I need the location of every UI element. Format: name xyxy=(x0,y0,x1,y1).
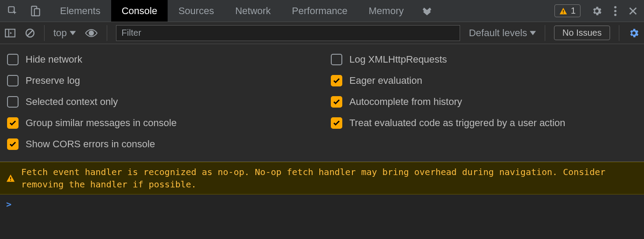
setting-checkbox[interactable]: Log XMLHttpRequests xyxy=(331,54,637,65)
console-settings-panel: Hide networkPreserve logSelected context… xyxy=(0,44,644,162)
checkbox-icon xyxy=(331,54,342,65)
warning-badge[interactable]: 1 xyxy=(554,4,580,17)
separator xyxy=(619,25,619,41)
console-prompt[interactable]: > xyxy=(0,194,644,214)
separator xyxy=(545,25,545,41)
filter-input[interactable] xyxy=(116,25,460,41)
setting-checkbox[interactable]: Selected context only xyxy=(7,96,313,108)
svg-marker-10 xyxy=(10,32,12,34)
svg-point-6 xyxy=(614,10,616,12)
tab-label: Network xyxy=(235,5,271,17)
settings-column-right: Log XMLHttpRequestsEager evaluationAutoc… xyxy=(331,54,637,150)
checkbox-icon xyxy=(7,75,19,86)
setting-checkbox[interactable]: Preserve log xyxy=(7,75,313,86)
svg-point-5 xyxy=(614,6,616,8)
checkbox-icon xyxy=(7,117,19,129)
tab-elements[interactable]: Elements xyxy=(49,0,111,22)
settings-column-left: Hide networkPreserve logSelected context… xyxy=(7,54,313,150)
chevron-down-icon xyxy=(530,31,536,35)
svg-rect-15 xyxy=(10,180,11,181)
settings-gear-icon[interactable] xyxy=(591,5,603,17)
console-warning-row: Fetch event handler is recognized as no-… xyxy=(0,162,644,194)
live-expression-icon[interactable] xyxy=(85,29,98,37)
tab-label: Sources xyxy=(178,5,214,17)
chevron-down-icon xyxy=(70,31,76,35)
warning-text: Fetch event handler is recognized as no-… xyxy=(21,166,638,190)
setting-label: Treat evaluated code as triggered by a u… xyxy=(349,117,565,129)
devtools-tabs-bar: Elements Console Sources Network Perform… xyxy=(0,0,644,22)
checkbox-icon xyxy=(331,117,342,129)
console-sidebar-icon[interactable] xyxy=(4,28,16,38)
device-toolbar-icon[interactable] xyxy=(29,5,41,17)
tab-label: Console xyxy=(122,5,157,17)
svg-rect-4 xyxy=(563,12,564,13)
tab-sources[interactable]: Sources xyxy=(168,0,225,22)
console-toolbar: top Default levels No Issues xyxy=(0,22,644,44)
setting-checkbox[interactable]: Hide network xyxy=(7,54,313,65)
setting-label: Preserve log xyxy=(26,75,80,86)
tab-label: Elements xyxy=(60,5,101,17)
setting-label: Selected context only xyxy=(26,96,118,108)
checkbox-icon xyxy=(7,54,19,65)
setting-label: Show CORS errors in console xyxy=(26,138,155,150)
setting-label: Autocomplete from history xyxy=(349,96,462,108)
checkbox-icon xyxy=(331,96,342,108)
warning-triangle-icon xyxy=(559,7,567,15)
setting-checkbox[interactable]: Autocomplete from history xyxy=(331,96,637,108)
console-settings-gear-icon[interactable] xyxy=(628,27,640,39)
issues-button[interactable]: No Issues xyxy=(554,26,610,40)
setting-checkbox[interactable]: Show CORS errors in console xyxy=(7,138,313,150)
more-tabs-icon[interactable] xyxy=(414,7,440,15)
inspect-element-icon[interactable] xyxy=(7,5,19,17)
tab-console[interactable]: Console xyxy=(111,0,168,22)
svg-line-12 xyxy=(27,30,33,36)
tab-performance[interactable]: Performance xyxy=(281,0,358,22)
separator xyxy=(44,25,45,41)
tab-memory[interactable]: Memory xyxy=(358,0,414,22)
svg-rect-14 xyxy=(10,177,11,179)
setting-checkbox[interactable]: Group similar messages in console xyxy=(7,117,313,129)
execution-context-dropdown[interactable]: top xyxy=(53,27,76,39)
prompt-chevron-icon: > xyxy=(6,199,11,209)
separator xyxy=(107,25,107,41)
tab-network[interactable]: Network xyxy=(225,0,281,22)
setting-checkbox[interactable]: Eager evaluation xyxy=(331,75,637,86)
issues-label: No Issues xyxy=(562,28,602,37)
warning-triangle-icon xyxy=(6,166,15,190)
close-icon[interactable] xyxy=(628,6,638,16)
svg-rect-2 xyxy=(34,8,40,15)
clear-console-icon[interactable] xyxy=(25,28,35,38)
setting-label: Log XMLHttpRequests xyxy=(349,54,447,65)
svg-point-7 xyxy=(614,14,616,16)
levels-label: Default levels xyxy=(469,27,527,39)
setting-checkbox[interactable]: Treat evaluated code as triggered by a u… xyxy=(331,117,637,129)
kebab-menu-icon[interactable] xyxy=(613,5,618,17)
checkbox-icon xyxy=(7,96,19,108)
checkbox-icon xyxy=(331,75,342,86)
setting-label: Eager evaluation xyxy=(349,75,422,86)
checkbox-icon xyxy=(7,138,19,150)
setting-label: Group similar messages in console xyxy=(26,117,176,129)
log-levels-dropdown[interactable]: Default levels xyxy=(469,27,536,39)
tab-label: Memory xyxy=(369,5,404,17)
context-label: top xyxy=(53,27,67,39)
svg-rect-3 xyxy=(563,10,564,12)
warning-count: 1 xyxy=(571,6,576,16)
tab-label: Performance xyxy=(292,5,348,17)
setting-label: Hide network xyxy=(26,54,82,65)
